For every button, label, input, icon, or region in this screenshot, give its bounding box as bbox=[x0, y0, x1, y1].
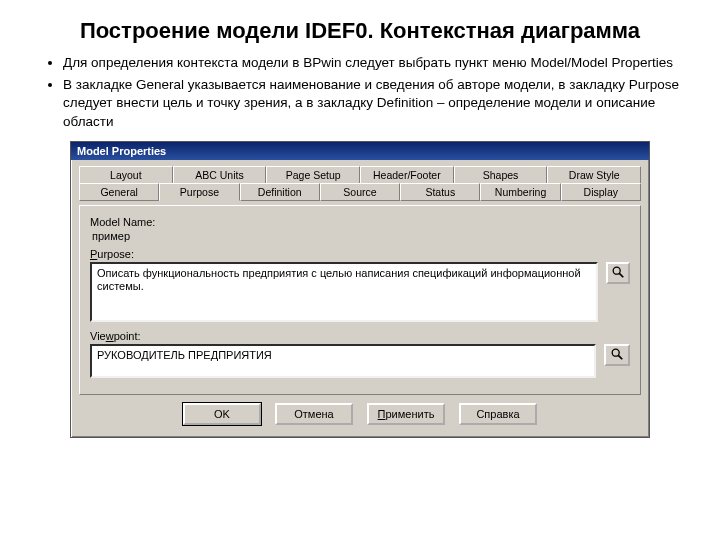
magnifier-icon bbox=[611, 265, 625, 281]
tab-display[interactable]: Display bbox=[561, 183, 641, 201]
model-name-label: Model Name: bbox=[90, 216, 630, 228]
svg-line-3 bbox=[618, 355, 622, 359]
viewpoint-label: Viewpoint: bbox=[90, 330, 630, 342]
viewpoint-lookup-button[interactable] bbox=[604, 344, 630, 366]
tab-page-setup[interactable]: Page Setup bbox=[266, 166, 360, 184]
purpose-textarea[interactable]: Описать функциональность предприятия с ц… bbox=[90, 262, 598, 322]
viewpoint-textarea[interactable]: РУКОВОДИТЕЛЬ ПРЕДПРИЯТИЯ bbox=[90, 344, 596, 378]
tab-strip: Layout ABC Units Page Setup Header/Foote… bbox=[79, 166, 641, 201]
magnifier-icon bbox=[610, 347, 624, 363]
bullet-list: Для определения контекста модели в BPwin… bbox=[35, 54, 685, 131]
tab-header-footer[interactable]: Header/Footer bbox=[360, 166, 454, 184]
ok-button[interactable]: OK bbox=[183, 403, 261, 425]
tab-numbering[interactable]: Numbering bbox=[480, 183, 560, 201]
tab-source[interactable]: Source bbox=[320, 183, 400, 201]
tab-layout[interactable]: Layout bbox=[79, 166, 173, 184]
model-name-value: пример bbox=[92, 230, 630, 242]
tab-panel-purpose: Model Name: пример Purpose: Описать функ… bbox=[79, 205, 641, 395]
tab-status[interactable]: Status bbox=[400, 183, 480, 201]
svg-line-1 bbox=[619, 273, 623, 277]
tab-definition[interactable]: Definition bbox=[240, 183, 320, 201]
tab-draw-style[interactable]: Draw Style bbox=[547, 166, 641, 184]
tab-purpose[interactable]: Purpose bbox=[159, 183, 239, 201]
dialog-button-bar: OK Отмена Применить Справка bbox=[79, 395, 641, 429]
purpose-label: Purpose: bbox=[90, 248, 630, 260]
purpose-lookup-button[interactable] bbox=[606, 262, 630, 284]
cancel-button[interactable]: Отмена bbox=[275, 403, 353, 425]
bullet-item: В закладке General указывается наименова… bbox=[63, 76, 685, 131]
model-properties-dialog: Model Properties Layout ABC Units Page S… bbox=[70, 141, 650, 438]
svg-point-2 bbox=[612, 349, 619, 356]
bullet-item: Для определения контекста модели в BPwin… bbox=[63, 54, 685, 72]
slide-title: Построение модели IDEF0. Контекстная диа… bbox=[35, 18, 685, 44]
tab-abc-units[interactable]: ABC Units bbox=[173, 166, 267, 184]
apply-button[interactable]: Применить bbox=[367, 403, 445, 425]
dialog-titlebar: Model Properties bbox=[71, 142, 649, 160]
svg-point-0 bbox=[613, 267, 620, 274]
tab-general[interactable]: General bbox=[79, 183, 159, 201]
tab-shapes[interactable]: Shapes bbox=[454, 166, 548, 184]
help-button[interactable]: Справка bbox=[459, 403, 537, 425]
